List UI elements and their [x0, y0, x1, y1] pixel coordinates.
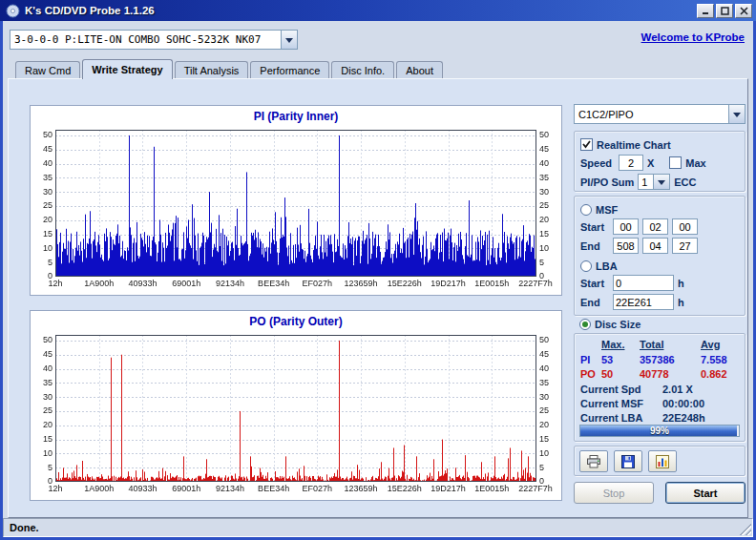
check-icon: [582, 140, 591, 149]
current-lba-row: Current LBA 22E248h: [580, 410, 743, 425]
window-border: [0, 21, 3, 540]
msf-end-min-input[interactable]: [613, 238, 639, 254]
dropdown-arrow-icon: [728, 105, 745, 123]
welcome-link[interactable]: Welcome to KProbe: [641, 31, 745, 43]
progress-percent: 99%: [580, 426, 739, 436]
print-button[interactable]: [579, 450, 608, 472]
status-text: Done.: [10, 522, 39, 533]
app-window: K's CD/DVD Probe 1.1.26 3-0-0-0 P:LITE-O…: [0, 0, 756, 540]
current-speed-row: Current Spd 2.01 X: [580, 382, 743, 396]
control-panel: C1C2/PIPO Realtime Chart Speed X Max: [574, 104, 746, 509]
lba-start-input[interactable]: [613, 275, 674, 291]
start-button[interactable]: Start: [665, 482, 746, 504]
speed-unit-label: X: [647, 157, 654, 169]
pi-chart-canvas: [31, 127, 561, 291]
max-checkbox[interactable]: [669, 156, 682, 169]
lba-end-label: End: [580, 297, 609, 308]
drive-select[interactable]: 3-0-0-0 P:LITE-ON COMBO SOHC-5232K NK07: [10, 30, 298, 50]
minimize-button[interactable]: [697, 4, 714, 18]
title-bar: K's CD/DVD Probe 1.1.26: [0, 0, 756, 21]
tab-write-strategy[interactable]: Write Strategy: [82, 59, 172, 79]
current-lba-label: Current LBA: [580, 412, 662, 424]
mode-select-value: C1C2/PIPO: [575, 109, 728, 120]
po-total-value: 40778: [640, 368, 701, 380]
floppy-icon: [621, 455, 635, 468]
disc-size-radio[interactable]: [579, 319, 591, 330]
msf-radio[interactable]: [580, 204, 592, 216]
pipo-sum-select[interactable]: 1: [638, 174, 670, 190]
pi-chart: PI (Parity Inner): [30, 105, 562, 296]
dropdown-arrow-icon: [653, 175, 669, 189]
msf-start-label: Start: [580, 221, 609, 233]
close-icon: [740, 7, 748, 15]
close-button[interactable]: [735, 4, 752, 18]
toolbar-group: [574, 446, 746, 476]
dropdown-arrow-icon: [281, 31, 297, 49]
msf-end-label: End: [580, 240, 609, 252]
max-label: Max: [685, 157, 705, 169]
tab-raw-cmd[interactable]: Raw Cmd: [15, 61, 80, 78]
realtime-chart-checkbox[interactable]: [580, 138, 593, 151]
current-msf-row: Current MSF 00:00:00: [580, 396, 743, 410]
tab-tilt-analysis[interactable]: Tilt Analysis: [175, 61, 249, 78]
pipo-sum-value: 1: [639, 177, 653, 188]
lba-label: LBA: [596, 260, 618, 272]
chart-options-group: Realtime Chart Speed X Max PI/PO Sum 1 E…: [574, 131, 746, 192]
window-title: K's CD/DVD Probe 1.1.26: [25, 5, 695, 16]
status-bar: Done.: [3, 518, 753, 537]
lba-end-input[interactable]: [613, 294, 674, 310]
msf-start-min-input[interactable]: [613, 218, 639, 235]
stop-button[interactable]: Stop: [574, 482, 654, 504]
msf-label: MSF: [596, 204, 618, 216]
stats-header-max: Max.: [601, 339, 640, 350]
lba-radio[interactable]: [580, 260, 592, 272]
tab-performance[interactable]: Performance: [250, 61, 329, 78]
tab-about[interactable]: About: [396, 61, 443, 78]
po-stats-row: PO 50 40778 0.862: [580, 366, 743, 381]
chart-icon: [656, 455, 669, 468]
pi-stats-row: PI 53 357386 7.558: [580, 352, 743, 366]
mode-select[interactable]: C1C2/PIPO: [574, 104, 746, 124]
maximize-button[interactable]: [716, 4, 733, 18]
pi-max-value: 53: [601, 354, 640, 365]
po-chart-canvas: [31, 332, 561, 496]
msf-start-sec-input[interactable]: [642, 218, 668, 235]
current-msf-value: 00:00:00: [662, 398, 743, 409]
save-button[interactable]: [614, 450, 642, 472]
drive-select-value: 3-0-0-0 P:LITE-ON COMBO SOHC-5232K NK07: [10, 33, 281, 46]
po-chart-title: PO (Parity Outer): [31, 311, 561, 332]
po-avg-value: 0.862: [701, 368, 743, 380]
msf-start-frame-input[interactable]: [672, 218, 698, 235]
realtime-chart-label: Realtime Chart: [597, 139, 671, 151]
po-row-label: PO: [580, 368, 601, 380]
msf-end-sec-input[interactable]: [642, 238, 668, 254]
po-max-value: 50: [601, 368, 640, 380]
msf-end-frame-input[interactable]: [672, 238, 698, 254]
current-speed-value: 2.01 X: [662, 384, 743, 395]
pi-total-value: 357386: [640, 354, 701, 365]
tab-strip: Raw Cmd Write Strategy Tilt Analysis Per…: [15, 61, 445, 78]
disc-size-label: Disc Size: [595, 319, 640, 330]
resize-grip-icon[interactable]: [740, 524, 751, 535]
range-group: MSF Start End LBA: [574, 196, 746, 316]
speed-label: Speed: [580, 157, 615, 169]
pi-chart-title: PI (Parity Inner): [31, 106, 561, 127]
lba-end-unit: h: [678, 297, 684, 308]
pi-avg-value: 7.558: [701, 354, 743, 365]
tab-page-write-strategy: PI (Parity Inner) PO (Parity Outer) C1C2…: [8, 78, 748, 518]
printer-icon: [586, 455, 601, 468]
chart-image-button[interactable]: [648, 450, 677, 472]
lba-start-label: Start: [580, 278, 609, 289]
pipo-sum-label: PI/PO Sum: [580, 177, 634, 188]
current-msf-label: Current MSF: [580, 398, 662, 409]
tab-disc-info[interactable]: Disc Info.: [331, 61, 394, 78]
current-lba-value: 22E248h: [662, 412, 743, 424]
stats-header-avg: Avg: [701, 339, 743, 350]
app-icon: [6, 4, 20, 18]
speed-input[interactable]: [619, 155, 643, 171]
minimize-icon: [702, 7, 710, 15]
progress-bar: 99%: [579, 425, 740, 437]
po-chart: PO (Parity Outer): [30, 310, 562, 501]
ecc-label: ECC: [674, 177, 696, 188]
current-speed-label: Current Spd: [580, 384, 662, 395]
